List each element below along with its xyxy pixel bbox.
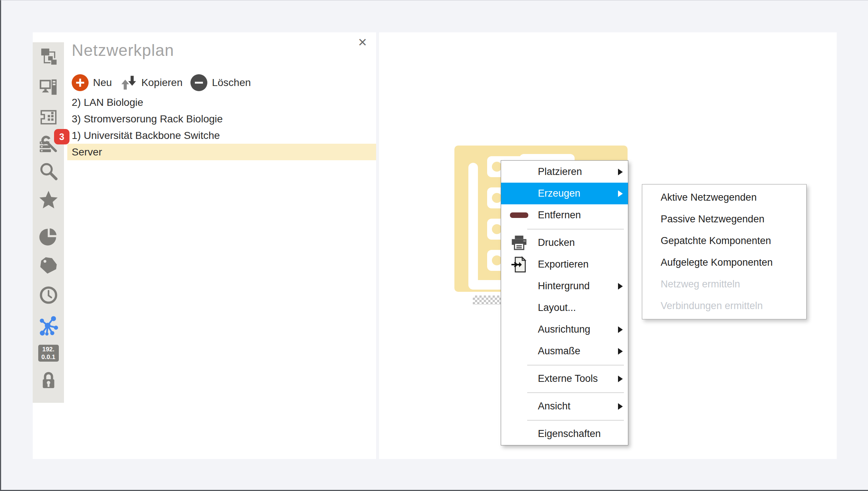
close-icon[interactable]: ✕ bbox=[358, 37, 367, 48]
app-window: 3 bbox=[0, 0, 868, 491]
menu-item-ansicht[interactable]: Ansicht bbox=[501, 395, 628, 417]
menu-item-exportieren[interactable]: Exportieren bbox=[501, 254, 628, 275]
lock-icon bbox=[39, 371, 58, 389]
printer-icon bbox=[510, 234, 529, 251]
menu-separator bbox=[501, 362, 628, 368]
menu-item-drucken[interactable]: Drucken bbox=[501, 232, 628, 254]
menu-separator bbox=[501, 226, 628, 232]
copy-plan-button[interactable]: Kopieren bbox=[120, 74, 182, 91]
plan-toolbar: Neu Kopieren Löschen bbox=[72, 74, 251, 92]
submenu-item-aktive-netzwegenden[interactable]: Aktive Netzwegenden bbox=[642, 187, 806, 208]
copy-arrows-icon bbox=[120, 74, 137, 91]
star-icon bbox=[39, 190, 58, 210]
submenu-item-aufgelegte-komponenten[interactable]: Aufgelegte Komponenten bbox=[642, 252, 806, 273]
sidebar-item-history[interactable] bbox=[33, 286, 64, 305]
submenu-item-verbindungen-ermitteln: Verbindungen ermitteln bbox=[642, 295, 806, 317]
export-document-icon bbox=[510, 256, 529, 273]
menu-item-layout[interactable]: Layout... bbox=[501, 297, 628, 319]
submenu-arrow-icon bbox=[618, 283, 623, 290]
sidebar-item-favorites[interactable] bbox=[33, 190, 64, 209]
netzwerkplan-panel: 3 bbox=[33, 32, 376, 459]
context-menu: Platzieren Erzeugen Entfernen bbox=[501, 160, 628, 445]
sidebar-item-labels[interactable] bbox=[33, 256, 64, 275]
submenu-item-passive-netzwegenden[interactable]: Passive Netzwegenden bbox=[642, 208, 806, 230]
submenu-arrow-icon bbox=[618, 348, 623, 355]
menu-separator bbox=[501, 390, 628, 395]
sidebar-item-statistics[interactable] bbox=[33, 227, 64, 246]
sidebar-item-ip-addresses[interactable]: 192. 0.0.1 bbox=[33, 344, 64, 363]
submenu-arrow-icon bbox=[618, 326, 623, 333]
icon-sidebar: 3 bbox=[33, 42, 64, 403]
delete-plan-button[interactable]: Löschen bbox=[190, 74, 251, 91]
ip-address-icon: 192. 0.0.1 bbox=[38, 345, 59, 362]
list-item-selected[interactable]: Server bbox=[67, 144, 376, 160]
menu-item-eigenschaften[interactable]: Eigenschaften bbox=[501, 423, 628, 445]
list-item[interactable]: 2) LAN Biologie bbox=[67, 94, 376, 111]
submenu-arrow-icon bbox=[618, 169, 623, 175]
list-item[interactable]: 3) Stromversorung Rack Biologie bbox=[67, 111, 376, 127]
remove-bar-icon bbox=[510, 212, 529, 218]
workstation-icon bbox=[39, 78, 58, 96]
topology-graph-icon bbox=[39, 316, 58, 336]
tag-icon bbox=[39, 256, 58, 275]
sidebar-item-security[interactable] bbox=[33, 370, 64, 390]
menu-item-ausrichtung[interactable]: Ausrichtung bbox=[501, 319, 628, 340]
submenu-arrow-icon bbox=[618, 190, 623, 197]
erzeugen-submenu: Aktive Netzwegenden Passive Netzwegenden… bbox=[642, 184, 807, 319]
menu-separator bbox=[501, 417, 628, 423]
sidebar-item-network-plan[interactable] bbox=[33, 47, 64, 66]
submenu-arrow-icon bbox=[618, 376, 623, 382]
sidebar-item-topology[interactable] bbox=[33, 316, 64, 335]
page-title: Netzwerkplan bbox=[72, 41, 376, 60]
menu-item-ausmasse[interactable]: Ausmaße bbox=[501, 340, 628, 362]
submenu-arrow-icon bbox=[618, 403, 623, 410]
search-icon bbox=[39, 162, 58, 181]
menu-item-entfernen[interactable]: Entfernen bbox=[501, 204, 628, 226]
server-glyph-bar bbox=[468, 163, 478, 288]
clock-icon bbox=[39, 286, 58, 305]
new-plan-button[interactable]: Neu bbox=[72, 74, 112, 91]
sidebar-item-workstation[interactable] bbox=[33, 78, 64, 97]
submenu-item-netzweg-ermitteln: Netzweg ermitteln bbox=[642, 273, 806, 295]
sidebar-item-search[interactable] bbox=[33, 162, 64, 181]
pie-chart-icon bbox=[39, 227, 58, 246]
menu-item-platzieren[interactable]: Platzieren bbox=[501, 161, 628, 183]
plus-icon bbox=[72, 74, 89, 91]
floor-plan-icon bbox=[39, 107, 58, 126]
network-plan-icon bbox=[39, 47, 58, 66]
sidebar-item-floor-plan[interactable] bbox=[33, 107, 64, 126]
sidebar-item-maintenance[interactable]: 3 bbox=[33, 133, 64, 153]
list-item[interactable]: 1) Universität Backbone Switche bbox=[67, 127, 376, 144]
plan-canvas[interactable]: Platzieren Erzeugen Entfernen bbox=[379, 32, 837, 459]
minus-icon bbox=[190, 74, 207, 91]
menu-item-externe-tools[interactable]: Externe Tools bbox=[501, 368, 628, 390]
plan-list: 2) LAN Biologie 3) Stromversorung Rack B… bbox=[67, 94, 376, 160]
menu-item-erzeugen[interactable]: Erzeugen bbox=[501, 183, 628, 204]
menu-item-hintergrund[interactable]: Hintergrund bbox=[501, 275, 628, 297]
panel-content: Netzwerkplan ✕ Neu Kopieren Löschen bbox=[64, 32, 376, 459]
submenu-item-gepatchte-komponenten[interactable]: Gepatchte Komponenten bbox=[642, 230, 806, 252]
